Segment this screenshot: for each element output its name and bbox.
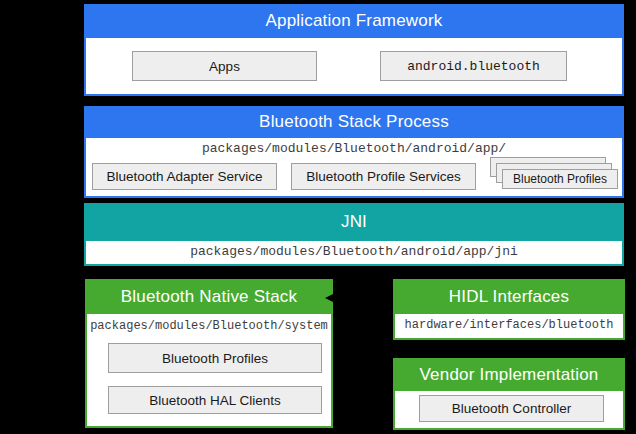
jni-title: JNI <box>341 212 367 232</box>
jni-header: JNI <box>84 203 624 241</box>
android-bluetooth-architecture-diagram: Application Framework Apps android.bluet… <box>0 0 636 434</box>
hidl-path-label: hardware/interfaces/bluetooth <box>395 318 623 332</box>
application-framework-body: Apps android.bluetooth <box>84 38 624 96</box>
section-hidl-interfaces: HIDL Interfaces hardware/interfaces/blue… <box>393 279 625 340</box>
hidl-interfaces-body: hardware/interfaces/bluetooth <box>393 314 625 340</box>
bluetooth-native-stack-title: Bluetooth Native Stack <box>121 287 297 307</box>
bluetooth-profiles-stack-label: Bluetooth Profiles <box>513 172 607 186</box>
section-application-framework: Application Framework Apps android.bluet… <box>84 4 624 96</box>
hidl-interfaces-header: HIDL Interfaces <box>393 279 625 314</box>
bluetooth-stack-process-title: Bluetooth Stack Process <box>259 112 449 132</box>
native-bluetooth-profiles-box: Bluetooth Profiles <box>108 343 322 373</box>
bluetooth-stack-process-header: Bluetooth Stack Process <box>84 106 624 138</box>
bluetooth-controller-label: Bluetooth Controller <box>452 401 571 416</box>
jni-path-label: packages/modules/Bluetooth/android/app/j… <box>86 244 622 259</box>
section-jni: JNI packages/modules/Bluetooth/android/a… <box>84 203 624 266</box>
bluetooth-controller-box: Bluetooth Controller <box>419 395 604 422</box>
section-vendor-implementation: Vendor Implementation Bluetooth Controll… <box>393 358 625 430</box>
bluetooth-hal-clients-label: Bluetooth HAL Clients <box>149 393 281 408</box>
bluetooth-hal-clients-box: Bluetooth HAL Clients <box>108 386 322 414</box>
bluetooth-adapter-service-label: Bluetooth Adapter Service <box>106 169 262 184</box>
bluetooth-native-stack-body: packages/modules/Bluetooth/system Blueto… <box>85 314 333 428</box>
bluetooth-profile-services-label: Bluetooth Profile Services <box>306 169 461 184</box>
bluetooth-profile-services-box: Bluetooth Profile Services <box>291 163 476 190</box>
bluetooth-stack-process-body: packages/modules/Bluetooth/android/app/ … <box>84 138 624 198</box>
bluetooth-profiles-stack-box: Bluetooth Profiles <box>502 169 618 189</box>
vendor-implementation-title: Vendor Implementation <box>419 365 598 385</box>
android-bluetooth-label: android.bluetooth <box>407 59 540 74</box>
native-stack-path-label: packages/modules/Bluetooth/system <box>87 319 331 333</box>
bluetooth-native-stack-header: Bluetooth Native Stack <box>85 279 333 314</box>
application-framework-header: Application Framework <box>84 4 624 38</box>
stack-process-path-label: packages/modules/Bluetooth/android/app/ <box>86 141 622 156</box>
android-bluetooth-box: android.bluetooth <box>380 51 567 81</box>
vendor-implementation-header: Vendor Implementation <box>393 358 625 391</box>
hidl-interfaces-title: HIDL Interfaces <box>449 287 569 307</box>
apps-label: Apps <box>209 59 240 74</box>
apps-box: Apps <box>132 51 317 81</box>
vendor-implementation-body: Bluetooth Controller <box>393 391 625 430</box>
application-framework-title: Application Framework <box>265 11 442 31</box>
native-bluetooth-profiles-label: Bluetooth Profiles <box>162 351 268 366</box>
jni-body: packages/modules/Bluetooth/android/app/j… <box>84 241 624 266</box>
section-bluetooth-native-stack: Bluetooth Native Stack packages/modules/… <box>85 279 333 428</box>
bidirectional-arrow-icon <box>324 291 404 305</box>
section-bluetooth-stack-process: Bluetooth Stack Process packages/modules… <box>84 106 624 198</box>
bluetooth-adapter-service-box: Bluetooth Adapter Service <box>92 163 277 190</box>
